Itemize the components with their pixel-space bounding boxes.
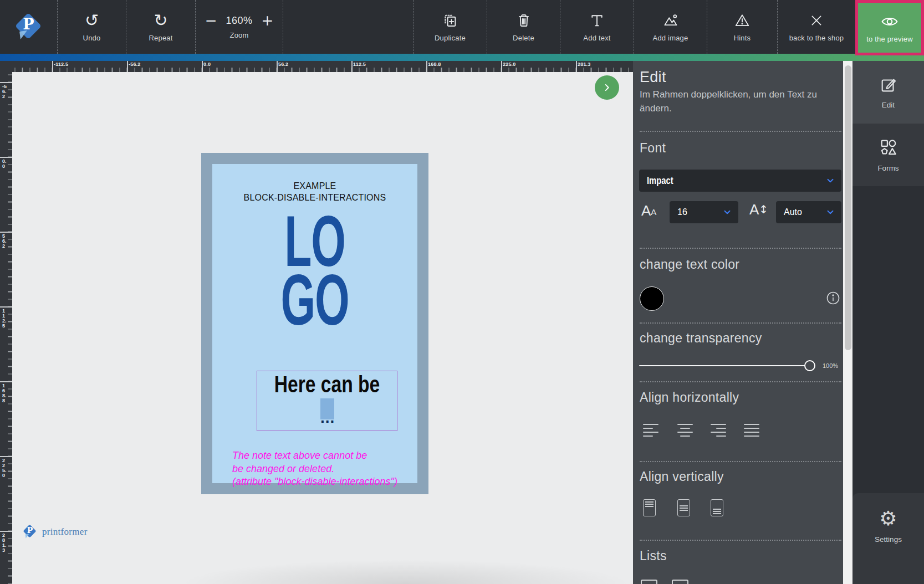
ruler-label: -56.2	[2, 84, 7, 99]
ruler-label: 0.0	[2, 159, 7, 169]
align-right-button[interactable]	[711, 424, 726, 437]
text-cursor-placeholder[interactable]: ...	[320, 398, 334, 419]
tab-forms[interactable]: Forms	[852, 124, 924, 186]
editable-text[interactable]: Here can be	[271, 372, 383, 397]
zoom-out-button[interactable]: −	[205, 15, 217, 26]
tab-edit-label: Edit	[882, 101, 895, 109]
panel-title: Edit	[640, 69, 666, 86]
text-icon	[589, 12, 605, 29]
divider	[640, 381, 841, 382]
text-color-section-title: change text color	[640, 257, 739, 272]
placeholder-dots: ...	[320, 409, 334, 427]
edit-pencil-icon	[879, 75, 898, 94]
chevron-down-icon	[722, 207, 733, 219]
ruler-label: 112.5	[2, 309, 7, 329]
transparency-slider-thumb[interactable]	[804, 360, 815, 371]
align-justify-button[interactable]	[744, 424, 759, 437]
align-middle-button[interactable]	[677, 499, 690, 516]
poster-heading-line1: EXAMPLE	[212, 180, 417, 192]
align-horizontal-section-title: Align horizontally	[640, 390, 739, 405]
brand-name: printformer	[42, 526, 88, 537]
ruler-major-tick	[52, 61, 53, 72]
progress-gradient-bar	[0, 54, 924, 61]
ruler-label: 0.0	[203, 62, 211, 67]
duplicate-button[interactable]: Duplicate	[413, 0, 487, 54]
font-family-select[interactable]: Impact	[639, 170, 841, 192]
add-text-button[interactable]: Add text	[560, 0, 634, 54]
ruler-label: 56.2	[278, 62, 288, 67]
duplicate-icon	[442, 12, 458, 29]
poster-artboard[interactable]: EXAMPLE BLOCK-DISABLE-INTERACTIONS LO GO…	[201, 153, 428, 494]
app-logo[interactable]: P	[0, 0, 57, 54]
align-bottom-button[interactable]	[711, 499, 723, 516]
transparency-slider-track[interactable]	[639, 365, 815, 366]
vertical-ruler: -56.20.056.2112.5168.8225.0281.3	[0, 72, 12, 584]
align-left-button[interactable]	[643, 424, 658, 437]
poster-logo-text: LO GO	[251, 212, 378, 329]
delete-button[interactable]: Delete	[487, 0, 560, 54]
add-image-label: Add image	[653, 34, 688, 42]
to-preview-label: to the preview	[866, 35, 913, 43]
divider	[640, 322, 841, 324]
tool-rail: Edit Forms ⚙ Settings	[852, 61, 924, 584]
tab-edit[interactable]: Edit	[852, 61, 924, 124]
ruler-label: 112.5	[353, 62, 366, 67]
printformer-logo-icon: P	[16, 14, 42, 40]
back-to-shop-button[interactable]: back to the shop	[777, 0, 855, 54]
lists-section-title: Lists	[640, 549, 667, 563]
panel-scrollbar[interactable]	[843, 61, 852, 584]
hints-button[interactable]: Hints	[707, 0, 777, 54]
repeat-label: Repeat	[149, 34, 172, 42]
ruler-major-tick	[0, 456, 12, 457]
font-size-value: 16	[677, 207, 687, 217]
font-family-value: Impact	[647, 175, 673, 187]
divider	[640, 540, 841, 541]
undo-button[interactable]: ↺ Undo	[57, 0, 126, 54]
line-height-select[interactable]: Auto	[776, 201, 841, 223]
repeat-icon: ↻	[154, 12, 167, 29]
info-icon[interactable]	[825, 290, 841, 308]
canvas-bottom-shadow	[178, 560, 633, 584]
poster-note-text: The note text above cannot be be changed…	[232, 449, 397, 489]
to-preview-button[interactable]: to the preview	[855, 0, 924, 55]
ruler-major-tick	[0, 381, 12, 382]
horizontal-ruler: -112.5-56.20.056.2112.5168.8225.0281.3	[12, 61, 633, 72]
transparency-section-title: change transparency	[640, 331, 762, 346]
align-top-button[interactable]	[643, 499, 656, 516]
add-image-button[interactable]: Add image	[634, 0, 707, 54]
chevron-right-icon	[601, 81, 613, 94]
panel-collapse-toggle[interactable]	[595, 75, 619, 100]
warning-triangle-icon	[734, 12, 751, 29]
ruler-major-tick	[0, 157, 12, 158]
poster-background: EXAMPLE BLOCK-DISABLE-INTERACTIONS LO GO…	[212, 164, 417, 483]
text-color-swatch[interactable]	[640, 286, 664, 311]
editor-app: P ↺ Undo ↻ Repeat − 160% + Zoom	[0, 0, 924, 584]
repeat-button[interactable]: ↻ Repeat	[126, 0, 195, 54]
align-center-button[interactable]	[677, 424, 693, 437]
back-to-shop-label: back to the shop	[789, 34, 844, 42]
zoom-in-button[interactable]: +	[262, 15, 274, 26]
font-size-icon: AA	[641, 204, 656, 217]
hints-label: Hints	[734, 34, 751, 42]
undo-label: Undo	[83, 34, 101, 42]
toolbar-spacer	[283, 0, 413, 54]
line-height-icon: A↕	[749, 203, 768, 216]
ruler-corner	[0, 61, 12, 72]
ruler-major-tick	[0, 531, 12, 532]
ruler-label: -112.5	[54, 62, 68, 67]
ruler-major-tick	[426, 61, 427, 72]
divider	[640, 131, 841, 132]
close-icon	[809, 12, 824, 29]
transparency-value: 100%	[823, 362, 838, 369]
tab-settings[interactable]: ⚙ Settings	[852, 493, 924, 584]
font-size-select[interactable]: 16	[670, 201, 738, 223]
eye-icon	[880, 13, 899, 30]
design-canvas[interactable]: EXAMPLE BLOCK-DISABLE-INTERACTIONS LO GO…	[12, 72, 633, 584]
ruler-label: -56.2	[129, 62, 141, 67]
zoom-label: Zoom	[229, 31, 248, 39]
scrollbar-thumb[interactable]	[845, 65, 851, 350]
undo-icon: ↺	[85, 12, 99, 29]
panel-hint: Im Rahmen doppelklicken, um den Text zu …	[640, 88, 833, 115]
editable-text-frame[interactable]: Here can be ...	[257, 371, 397, 431]
ruler-label: 225.0	[2, 458, 7, 478]
